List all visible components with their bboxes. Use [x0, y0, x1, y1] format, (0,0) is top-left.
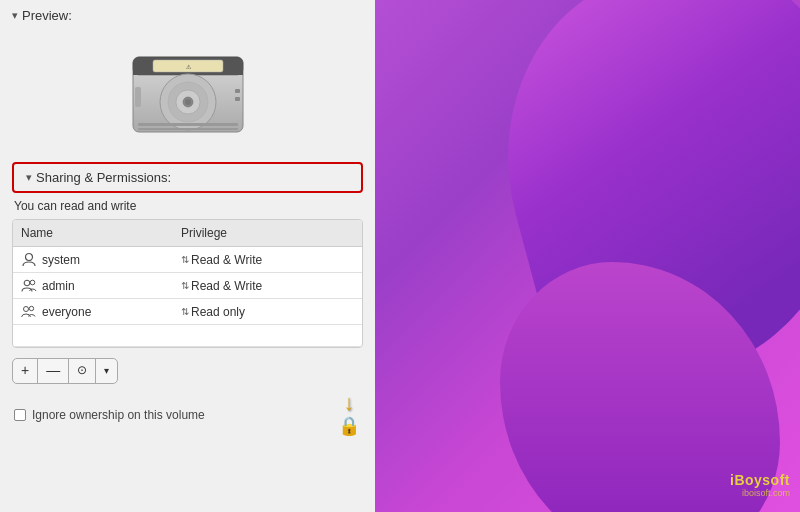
svg-point-18: [24, 306, 29, 311]
svg-rect-13: [235, 89, 240, 93]
preview-section-header[interactable]: ▾ Preview:: [0, 0, 375, 27]
svg-point-9: [185, 99, 191, 105]
multi-user-icon: [21, 278, 37, 294]
dropdown-button[interactable]: ▾: [96, 359, 117, 383]
svg-rect-14: [235, 97, 240, 101]
lock-area: ↓ 🔒: [337, 392, 361, 438]
row-name-system: system: [13, 249, 173, 271]
brand-domain: iboisoft.com: [742, 488, 790, 498]
table-row[interactable]: system ⇅ Read & Write: [13, 247, 362, 273]
updown-arrows-icon: ⇅: [181, 255, 189, 265]
ignore-ownership-checkbox[interactable]: [14, 409, 26, 421]
table-row[interactable]: everyone ⇅ Read only: [13, 299, 362, 325]
row-name-admin: admin: [13, 275, 173, 297]
preview-collapse-arrow: ▾: [12, 9, 18, 22]
svg-rect-10: [138, 123, 238, 126]
finder-info-panel: ▾ Preview:: [0, 0, 375, 512]
table-header-row: Name Privilege: [13, 220, 362, 247]
svg-point-16: [24, 280, 30, 286]
column-header-name: Name: [13, 224, 173, 242]
everyone-icon: [21, 304, 37, 320]
svg-rect-11: [138, 128, 238, 130]
sharing-collapse-arrow: ▾: [26, 171, 32, 184]
svg-rect-12: [135, 87, 141, 107]
table-row[interactable]: admin ⇅ Read & Write: [13, 273, 362, 299]
arrow-down-indicator: ↓: [344, 392, 355, 414]
updown-arrows-icon: ⇅: [181, 307, 189, 317]
ignore-ownership-container: Ignore ownership on this volume: [14, 408, 205, 422]
ignore-ownership-row: Ignore ownership on this volume ↓ 🔒: [0, 390, 375, 446]
action-button[interactable]: ⊙: [69, 359, 96, 383]
lock-icon: 🔒: [338, 415, 360, 437]
column-header-privilege: Privilege: [173, 224, 362, 242]
row-privilege-admin: ⇅ Read & Write: [173, 276, 362, 296]
lock-button[interactable]: 🔒: [337, 414, 361, 438]
permissions-table: Name Privilege system ⇅ Read & Write: [12, 219, 363, 348]
sharing-permissions-label: Sharing & Permissions:: [36, 170, 171, 185]
empty-table-row: [13, 325, 362, 347]
updown-arrows-icon: ⇅: [181, 281, 189, 291]
disk-image-area: ⚠: [0, 27, 375, 162]
brand-name: iBoysoft: [730, 472, 790, 488]
svg-point-15: [26, 253, 33, 260]
single-user-icon: [21, 252, 37, 268]
ignore-ownership-label: Ignore ownership on this volume: [32, 408, 205, 422]
preview-label: Preview:: [22, 8, 72, 23]
row-privilege-system: ⇅ Read & Write: [173, 250, 362, 270]
add-remove-action-buttons: + — ⊙ ▾: [12, 358, 118, 384]
row-privilege-everyone: ⇅ Read only: [173, 302, 362, 322]
remove-user-button[interactable]: —: [38, 359, 69, 383]
read-write-status: You can read and write: [0, 197, 375, 219]
disk-drive-icon: ⚠: [123, 37, 253, 147]
watermark: iBoysoft iboisoft.com: [730, 472, 790, 498]
svg-point-19: [29, 306, 33, 310]
add-user-button[interactable]: +: [13, 359, 38, 383]
watermark-container: iBoysoft iboisoft.com: [730, 472, 790, 498]
background-panel: iBoysoft iboisoft.com: [375, 0, 800, 512]
table-controls: + — ⊙ ▾: [0, 352, 375, 390]
svg-point-17: [30, 280, 35, 285]
row-name-everyone: everyone: [13, 301, 173, 323]
sharing-permissions-header[interactable]: ▾ Sharing & Permissions:: [12, 162, 363, 193]
